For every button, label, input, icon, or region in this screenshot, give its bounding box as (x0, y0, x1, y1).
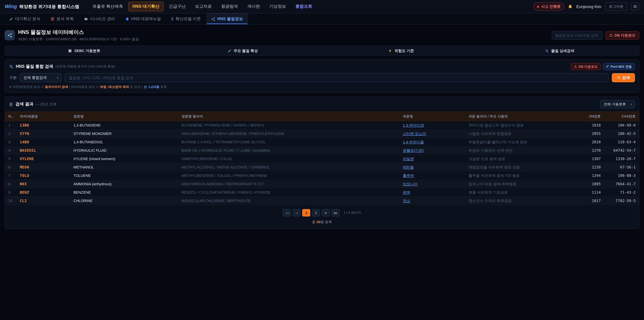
incident-dot-icon (537, 6, 539, 8)
cell-syn-en: ANHYDROUS AMMONIA / REFRIGERANT R-717 (178, 180, 400, 188)
pagination-last-button[interactable]: ▶▶ (332, 209, 340, 216)
list-icon (51, 17, 54, 21)
cell-cas-number: 1330-20-7 (604, 155, 639, 163)
page-header: HNS 물질정보 데이터베이스 SEBC 거동분류 · CHRIS/CAMEO … (0, 25, 644, 45)
cell-name-ko-link[interactable]: 1,3-부타디엔 (400, 121, 465, 129)
cell-name-ko-link[interactable]: 자일렌 (400, 155, 465, 163)
app-logo[interactable]: Wing 해양환경 위기대응 통합시스템 (5, 3, 80, 10)
main-nav-item-2[interactable]: HNS·대기확산 (128, 2, 164, 12)
total-registered-line: 총 20종 등록 (5, 220, 639, 224)
cell-name-en: BENZENE (70, 188, 178, 196)
feature-4[interactable]: 물질 상세검색 (480, 46, 639, 55)
cell-name-ko-link[interactable]: 1,4-부탄디올 (400, 138, 465, 146)
cell-cas-number: 106-99-0 (604, 121, 639, 129)
cell-syn-en: VINYLBENZENE / ETHENYLBENZENE / PHENYLET… (178, 129, 400, 138)
feature-3[interactable]: 위험도 기준 (322, 46, 480, 55)
cell-un-number: 1270 (576, 146, 604, 155)
table-row[interactable]: 1 13BD 1,3-BUTADIENE BUTADIENE / PYRROLY… (5, 121, 639, 129)
page-title: HNS 물질정보 데이터베이스 (18, 29, 139, 36)
search-panel-header: HNS 물질 통합 검색 (영문명·제품명·동의어·CAS·UN번호 통합) D… (9, 63, 635, 70)
cell-un-number: 1230 (576, 163, 604, 171)
table-row[interactable]: 9 BENZ BENZENE BENZOL / CYCLOHEXATRIENE … (5, 188, 639, 196)
db-download-button[interactable]: DB 다운로드 (606, 31, 639, 40)
main-nav-item-5[interactable]: 항공탐색 (217, 2, 242, 12)
unified-search-input[interactable] (65, 73, 608, 82)
main-nav-label: 긴급구난 (169, 4, 186, 9)
cell-cas-number: 100-42-5 (604, 129, 639, 138)
search-panel-actions: DB 다운로드 Port-MIS 연동 (571, 63, 635, 70)
main-nav-item-6[interactable]: 게시판 (243, 2, 264, 12)
note-text: 등록 (160, 85, 167, 89)
table-row[interactable]: 5 XYLENE XYLENE (mixed isomers) DIMETHYL… (5, 155, 639, 163)
tab-5[interactable]: Σ 확산모델 이론 (166, 14, 206, 24)
tab-2[interactable]: 분석 목록 (46, 14, 78, 24)
tab-1[interactable]: 대기확산 분석 (5, 14, 45, 24)
behavior-filter-select[interactable]: 전체 거동분류 ▾ (600, 100, 635, 108)
pagination-first-button[interactable]: ◀◀ (283, 209, 291, 216)
cell-code: BENZ (16, 188, 70, 196)
quick-search-input[interactable] (552, 31, 603, 40)
main-nav: 유출유 확산예측HNS·대기확산긴급구난보고자료항공탐색게시판기상정보통합조회 (88, 2, 317, 12)
feature-1[interactable]: SEBC 거동분류 (5, 46, 164, 55)
table-row[interactable]: 3 14BD 1,4-BUTANEDIOL BUTANE-1,4-DIOL / … (5, 138, 639, 146)
link-icon (606, 65, 609, 69)
main-nav-label: 유출유 확산예측 (92, 4, 123, 9)
logout-button[interactable]: 로그아웃 (605, 2, 627, 11)
table-header: No. 약자/제품명 영문명 영문명 동의어 국문명 국문 동의어 / 주요 사… (5, 112, 639, 121)
feature-2[interactable]: 주요 물질 특성 (164, 46, 322, 55)
table-row[interactable]: 2 STYN STYRENE MONOMER VINYLBENZENE / ET… (5, 129, 639, 138)
cell-syn-ko: 암모니아·비료·냉매·화학원료 (465, 180, 576, 188)
search-category-select[interactable]: 전체 통합검색 ▾ (20, 73, 62, 82)
page-number-button-2[interactable]: 2 (312, 209, 320, 216)
cell-name-ko-link[interactable]: 암모니아 (400, 180, 465, 188)
table-row[interactable]: 7 TOLU TOLUENE METHYLBENZENE / TOLUOL / … (5, 171, 639, 180)
table-row[interactable]: 10 CL2 CHLORINE MOLECULAR CHLORINE / BER… (5, 196, 639, 205)
main-nav-item-1[interactable]: 유출유 확산예측 (88, 2, 128, 12)
cell-syn-ko: 스틸렌·석유화학 중합원료 (465, 129, 576, 138)
table-row[interactable]: 8 NH3 AMMONIA (anhydrous) ANHYDROUS AMMO… (5, 180, 639, 188)
cell-code: XYLENE (16, 155, 70, 163)
main-nav-item-4[interactable]: 보고자료 (191, 2, 216, 12)
pagination-prev-button[interactable]: ◀ (293, 209, 301, 216)
cell-cas-number: 108-88-3 (604, 171, 639, 180)
main-nav-item-3[interactable]: 긴급구난 (164, 2, 190, 12)
portmis-link-button[interactable]: Port-MIS 연동 (603, 63, 635, 70)
search-db-download-button[interactable]: DB 다운로드 (571, 63, 601, 70)
cell-name-ko-link[interactable]: 메탄올 (400, 163, 465, 171)
column-header-syn-ko: 국문 동의어 / 주요 사용처 (465, 112, 576, 121)
chevron-down-icon: ▾ (57, 76, 58, 79)
page-number-button-1[interactable]: 1 (302, 209, 310, 216)
main-nav-label: 통합조회 (296, 4, 312, 9)
pagination-next-button[interactable]: ▶ (322, 209, 330, 216)
cell-name-ko-link[interactable]: 벤젠 (400, 188, 465, 196)
tab-label: HNS 대응매뉴얼 (131, 16, 161, 22)
cell-syn-en: BUTANE-1,4-DIOL / TETRAMETHYLENE GLYCOL (178, 138, 400, 146)
cell-name-ko-link[interactable]: 톨루엔 (400, 171, 465, 180)
cell-un-number: 2810 (576, 138, 604, 146)
hamburger-menu-icon[interactable] (631, 3, 639, 11)
cell-code: 13BD (16, 121, 70, 129)
notification-bell-icon[interactable] (568, 4, 573, 9)
bolt-icon (388, 49, 392, 53)
note-text: ※ 국문명/영문명 검색 시 (9, 85, 44, 89)
table-row[interactable]: 4 BASEOIL HYDRAULIC FLUID BASE OIL / HYD… (5, 146, 639, 155)
main-nav-item-7[interactable]: 기상정보 (265, 2, 290, 12)
cell-no: 2 (5, 129, 16, 138)
cell-name-ko-link[interactable]: 스티렌 모노머 (400, 129, 465, 138)
cell-un-number: 1005 (576, 180, 604, 188)
incident-status-badge[interactable]: 사고 진행중 (533, 2, 564, 11)
wing-logo: Wing (5, 3, 17, 9)
cell-name-ko-link[interactable]: 윤활유(기유) (400, 146, 465, 155)
main-nav-item-8[interactable]: 통합조회 (291, 2, 317, 12)
tab-4[interactable]: HNS 대응매뉴얼 (121, 14, 166, 24)
table-row[interactable]: 6 MEOH METHANOL METHYL ALCOHOL / WOOD AL… (5, 163, 639, 171)
search-results-panel: 검색 결과 — 20건 조회 전체 거동분류 ▾ No. 약자/제품명 영문명 … (5, 97, 639, 229)
tab-3[interactable]: 시나리오 관리 (79, 14, 120, 24)
cell-name-en: 1,3-BUTADIENE (70, 121, 178, 129)
cell-code: NH3 (16, 180, 70, 188)
tab-6[interactable]: HNS 물질정보 (206, 14, 248, 24)
cell-name-ko-link[interactable]: 염소 (400, 196, 465, 205)
search-button[interactable]: 검색 (612, 73, 635, 82)
molecule-icon (211, 17, 215, 21)
user-name: Eunjeong Kim (576, 4, 602, 9)
